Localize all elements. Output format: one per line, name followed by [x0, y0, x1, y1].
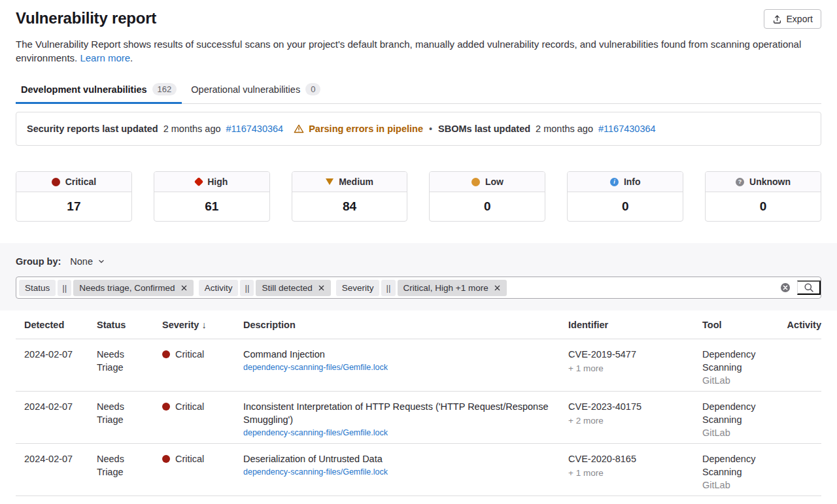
tool-vendor: GitLab [702, 479, 779, 492]
tab-development-vulnerabilities[interactable]: Development vulnerabilities 162 [16, 76, 182, 103]
severity-label: Critical [175, 452, 204, 465]
clear-icon [780, 282, 791, 293]
token-value[interactable]: Still detected [256, 280, 330, 296]
severity-card-high[interactable]: High 61 [154, 171, 270, 222]
identifier-primary: CVE-2019-5477 [568, 348, 702, 361]
learn-more-link[interactable]: Learn more [80, 52, 130, 63]
severity-critical-icon [162, 403, 170, 411]
table-header: Detected Status Severity↓ Description Id… [16, 311, 821, 339]
remove-token-icon[interactable] [494, 284, 501, 292]
group-by-value: None [70, 256, 93, 267]
parsing-errors-warning[interactable]: Parsing errors in pipeline [294, 124, 423, 134]
warning-icon [294, 124, 304, 134]
card-count: 84 [292, 192, 407, 221]
tab-operational-vulnerabilities[interactable]: Operational vulnerabilities 0 [186, 76, 326, 103]
vulnerability-location-link[interactable]: dependency-scanning-files/Gemfile.lock [243, 362, 568, 373]
severity-label: Critical [175, 400, 204, 413]
remove-token-icon[interactable] [180, 284, 188, 292]
token-name[interactable]: Severity [336, 280, 380, 296]
identifier-more: + 1 more [568, 467, 702, 480]
card-count: 0 [568, 192, 683, 221]
filter-token-status: Status || Needs triage, Confirmed [19, 280, 194, 296]
identifier-cell: CVE-2019-5477 + 1 more [568, 348, 702, 375]
filter-panel: Group by: None Status || Needs triage, C… [0, 243, 837, 311]
column-header-identifier[interactable]: Identifier [568, 320, 702, 330]
identifier-more: + 2 more [568, 414, 702, 428]
search-icon [804, 282, 814, 293]
severity-cell: Critical [162, 400, 243, 413]
vulnerability-location-link[interactable]: dependency-scanning-files/Gemfile.lock [243, 467, 568, 478]
column-header-tool[interactable]: Tool [702, 320, 779, 330]
sort-descending-icon: ↓ [201, 320, 206, 330]
card-count: 0 [430, 192, 545, 221]
vulnerability-location-link[interactable]: dependency-scanning-files/Gemfile.lock [243, 428, 568, 439]
remove-token-icon[interactable] [318, 284, 325, 292]
description-cell: Deserialization of Untrusted Data depend… [243, 452, 568, 478]
tool-name: Dependency Scanning [702, 400, 765, 426]
severity-card-critical[interactable]: Critical 17 [16, 171, 132, 222]
tab-label: Development vulnerabilities [21, 84, 147, 95]
card-header: Critical [16, 172, 131, 192]
security-reports-pipeline-link[interactable]: #1167430364 [226, 124, 284, 134]
card-count: 17 [16, 192, 131, 221]
identifier-primary: CVE-2023-40175 [568, 400, 702, 413]
token-value-label: Critical, High +1 more [403, 282, 488, 294]
table-row[interactable]: 2024-02-07 Needs Triage Critical Inconsi… [16, 392, 821, 444]
column-header-activity[interactable]: Activity [779, 320, 821, 330]
card-label: Medium [339, 176, 373, 187]
tab-count-badge: 0 [305, 83, 320, 95]
description-period: . [130, 52, 133, 63]
bullet-separator: • [429, 124, 432, 134]
tool-vendor: GitLab [702, 374, 779, 387]
export-icon [772, 14, 782, 24]
token-name[interactable]: Status [19, 280, 56, 296]
severity-card-info[interactable]: Info 0 [567, 171, 683, 222]
card-header: Medium [292, 172, 407, 192]
card-count: 61 [154, 192, 269, 221]
token-value[interactable]: Needs triage, Confirmed [73, 280, 193, 296]
tool-cell: Dependency Scanning GitLab [702, 400, 779, 439]
severity-info-icon [610, 178, 619, 186]
token-operator[interactable]: || [381, 280, 395, 296]
column-header-status[interactable]: Status [97, 320, 162, 330]
clear-filters-button[interactable] [774, 282, 797, 293]
vulnerability-title-link[interactable]: Command Injection [243, 349, 325, 360]
table-row[interactable]: 2024-02-07 Needs Triage Critical Command… [16, 339, 821, 392]
tab-count-badge: 162 [152, 83, 177, 95]
severity-summary: Critical 17 High 61 Medium 84 [16, 171, 821, 222]
token-operator[interactable]: || [240, 280, 254, 296]
severity-critical-icon [52, 178, 60, 186]
status-cell: Needs Triage [97, 348, 139, 374]
column-header-description[interactable]: Description [243, 320, 568, 330]
card-header: Low [430, 172, 545, 192]
severity-card-low[interactable]: Low 0 [429, 171, 545, 222]
card-label: High [207, 176, 228, 187]
page-title: Vulnerability report [16, 9, 156, 27]
table-row[interactable]: 2024-02-07 Needs Triage Critical Deseria… [16, 444, 821, 496]
token-value[interactable]: Critical, High +1 more [398, 280, 507, 296]
detected-cell: 2024-02-07 [24, 400, 97, 413]
group-by-dropdown[interactable]: None [70, 256, 105, 267]
card-count: 0 [706, 192, 821, 221]
report-tabs: Development vulnerabilities 162 Operatio… [16, 76, 821, 104]
card-header: Unknown [706, 172, 821, 192]
token-name[interactable]: Activity [199, 280, 239, 296]
description-cell: Command Injection dependency-scanning-fi… [243, 348, 568, 373]
vulnerability-title-link[interactable]: Inconsistent Interpretation of HTTP Requ… [243, 401, 548, 425]
page-header: Vulnerability report Export [16, 0, 821, 29]
severity-low-icon [471, 178, 480, 186]
column-header-detected[interactable]: Detected [24, 320, 97, 330]
vulnerability-title-link[interactable]: Deserialization of Untrusted Data [243, 454, 383, 464]
column-header-severity[interactable]: Severity↓ [162, 320, 243, 330]
identifier-more: + 1 more [568, 362, 702, 375]
export-button[interactable]: Export [764, 9, 821, 29]
filtered-search-bar[interactable]: Status || Needs triage, Confirmed Activi… [16, 277, 821, 299]
tab-label: Operational vulnerabilities [191, 84, 300, 95]
search-button[interactable] [797, 280, 821, 295]
detected-cell: 2024-02-07 [24, 348, 97, 361]
token-operator[interactable]: || [58, 280, 71, 296]
card-label: Info [624, 176, 641, 187]
sboms-pipeline-link[interactable]: #1167430364 [598, 124, 656, 134]
severity-card-unknown[interactable]: Unknown 0 [705, 171, 821, 222]
severity-card-medium[interactable]: Medium 84 [292, 171, 408, 222]
